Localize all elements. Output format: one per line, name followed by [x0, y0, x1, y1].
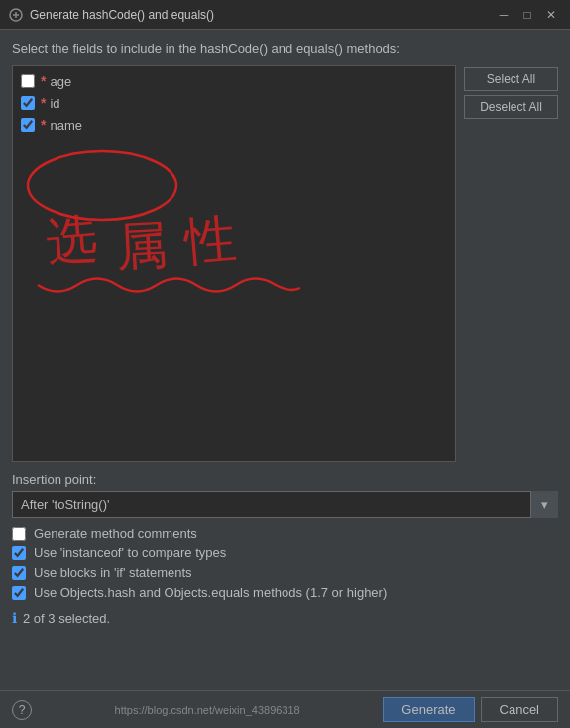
age-checkbox[interactable] — [21, 74, 35, 88]
options-section: Generate method comments Use 'instanceof… — [12, 526, 558, 600]
option-item-1[interactable]: Use 'instanceof' to compare types — [12, 546, 558, 560]
bottom-bar: ? https://blog.csdn.net/weixin_43896318 … — [0, 690, 570, 728]
bottom-link: https://blog.csdn.net/weixin_43896318 — [32, 704, 383, 716]
id-checkbox[interactable] — [21, 96, 35, 110]
annotation-drawing: 选 属 性 — [18, 131, 315, 349]
deselect-all-button[interactable]: Deselect All — [464, 95, 558, 119]
main-content: Select the fields to include in the hash… — [0, 30, 570, 642]
age-label: age — [50, 74, 71, 89]
age-dot: * — [41, 73, 46, 89]
list-item[interactable]: * name — [13, 114, 455, 136]
svg-text:属: 属 — [115, 217, 170, 277]
titlebar: Generate hashCode() and equals() ─ □ ✕ — [0, 0, 570, 30]
titlebar-icon — [8, 7, 24, 23]
option-item-0[interactable]: Generate method comments — [12, 526, 558, 541]
id-label: id — [50, 96, 59, 111]
name-label: name — [50, 118, 82, 133]
option-label-0: Generate method comments — [34, 526, 197, 541]
option-label-1: Use 'instanceof' to compare types — [34, 546, 226, 560]
fields-list[interactable]: * age * id * name 选 — [12, 65, 456, 462]
bottom-buttons: Generate Cancel — [383, 697, 558, 722]
name-dot: * — [41, 117, 46, 133]
svg-point-3 — [28, 151, 176, 220]
window-title: Generate hashCode() and equals() — [30, 8, 493, 22]
option-checkbox-3[interactable] — [12, 586, 26, 600]
help-icon[interactable]: ? — [12, 700, 32, 720]
window-controls: ─ □ ✕ — [493, 4, 562, 26]
option-checkbox-0[interactable] — [12, 527, 26, 541]
name-checkbox[interactable] — [21, 118, 35, 132]
option-item-3[interactable]: Use Objects.hash and Objects.equals meth… — [12, 585, 558, 600]
option-label-2: Use blocks in 'if' statements — [34, 565, 192, 580]
generate-button[interactable]: Generate — [383, 697, 474, 722]
insertion-dropdown[interactable]: After 'toString()' — [12, 491, 558, 518]
minimize-button[interactable]: ─ — [493, 4, 514, 26]
side-buttons: Select All Deselect All — [464, 65, 558, 462]
status-bar: ℹ 2 of 3 selected. — [12, 610, 558, 626]
svg-text:性: 性 — [180, 210, 239, 271]
option-checkbox-1[interactable] — [12, 546, 26, 560]
id-dot: * — [41, 95, 46, 111]
list-item[interactable]: * id — [13, 92, 455, 114]
fields-container: * age * id * name 选 — [12, 65, 558, 462]
select-all-button[interactable]: Select All — [464, 67, 558, 91]
description-text: Select the fields to include in the hash… — [12, 40, 558, 58]
close-button[interactable]: ✕ — [540, 4, 562, 26]
insertion-dropdown-container[interactable]: After 'toString()' ▾ — [12, 491, 558, 518]
insertion-label: Insertion point: — [12, 472, 558, 487]
insertion-section: Insertion point: After 'toString()' ▾ — [12, 472, 558, 518]
option-label-3: Use Objects.hash and Objects.equals meth… — [34, 585, 387, 600]
status-icon: ℹ — [12, 610, 17, 626]
cancel-button[interactable]: Cancel — [481, 697, 558, 722]
maximize-button[interactable]: □ — [516, 4, 538, 26]
list-item[interactable]: * age — [13, 70, 455, 92]
option-item-2[interactable]: Use blocks in 'if' statements — [12, 565, 558, 580]
option-checkbox-2[interactable] — [12, 566, 26, 580]
svg-text:选: 选 — [44, 210, 100, 271]
status-text: 2 of 3 selected. — [23, 611, 110, 626]
